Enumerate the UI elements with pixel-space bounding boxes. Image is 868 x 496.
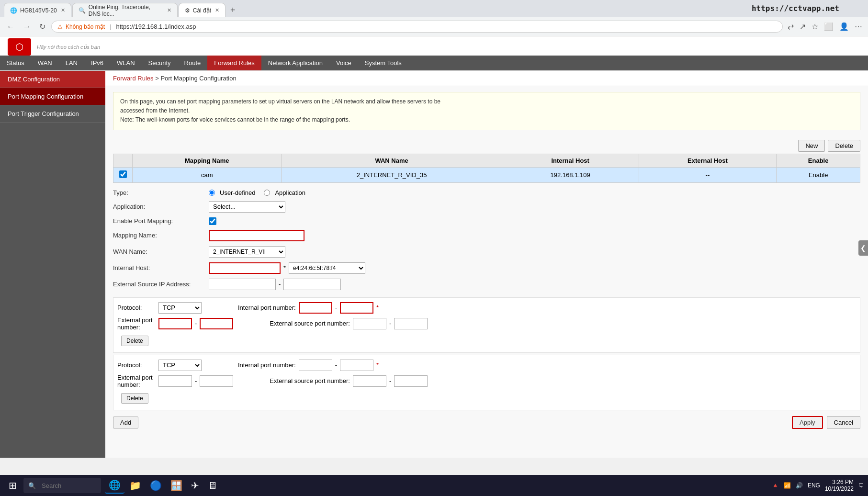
table-row: cam 2_INTERNET_R_VID_35 192.168.1.109 --… [113,167,860,182]
breadcrumb-parent[interactable]: Forward Rules [113,75,154,82]
rule1-external-port-end[interactable]: 8081 [200,318,233,329]
rule1-internal-port-group: Internal port number: 8081 - 8081 * [238,302,379,314]
profile-icon[interactable]: 👤 [837,20,851,33]
share-icon[interactable]: ↗ [798,20,808,33]
enable-port-mapping-checkbox[interactable] [209,217,216,225]
nav-wan[interactable]: WAN [31,56,59,70]
tab-close-1[interactable]: ✕ [61,7,65,13]
rule1-ext-source-dash: - [389,320,391,327]
add-button[interactable]: Add [113,417,138,428]
huawei-logo-icon: ⬡ [15,41,23,53]
rule1-external-port-start[interactable]: 8081 [158,318,192,329]
wan-name-select[interactable]: 2_INTERNET_R_VII [209,246,285,258]
rule2-row1: Protocol: TCP Internal port number: 3777… [117,358,856,372]
rule1-external-port-group: External port number: 8081 - 8081 [117,316,233,331]
tab-close-3[interactable]: ✕ [215,7,219,13]
type-control: User-defined Application [209,189,305,196]
security-warning-text: Không bảo mật [66,23,105,30]
table-cell-external-host: -- [639,167,777,182]
rule1-row1: Protocol: TCP Internal port number: 8081… [117,301,856,315]
router-logo-text: Hãy nói theo cách của bạn [37,44,100,50]
internal-host-input[interactable]: 192.168.1.109 [209,262,281,274]
rule1-ext-source-port-start[interactable] [353,318,386,329]
sidebar-dmz-label: DMZ Configuration [8,76,60,83]
external-source-ip-input2[interactable] [283,279,341,290]
bookmark-icon[interactable]: ☆ [810,20,820,33]
type-application-radio[interactable] [264,190,270,196]
sidebar-item-dmz[interactable]: DMZ Configuration [0,71,105,88]
nav-system-tools[interactable]: System Tools [358,56,408,70]
nav-status[interactable]: Status [0,56,31,70]
rule2-external-port-label: External port number: [117,374,156,388]
browser-tab-2[interactable]: 🔍 Online Ping, Traceroute, DNS loc... ✕ [72,3,178,17]
rule1-protocol-select[interactable]: TCP [158,302,202,314]
type-application-label: Application [275,189,305,196]
nav-lan[interactable]: LAN [59,56,84,70]
apply-button[interactable]: Apply [792,416,823,429]
nav-route[interactable]: Route [178,56,208,70]
rule2-external-port-end[interactable]: 37777 [200,375,233,387]
delete-button[interactable]: Delete [828,140,860,152]
application-select[interactable]: Select... [209,201,285,213]
rule2-ext-source-port-end[interactable] [394,375,428,387]
nav-ipv6[interactable]: IPv6 [84,56,110,70]
menu-icon[interactable]: ⋯ [853,20,864,33]
router-wrapper: ⬡ Hãy nói theo cách của bạn Status WAN L… [0,36,868,458]
new-button[interactable]: New [798,140,825,152]
rule2-protocol-select[interactable]: TCP [158,360,202,371]
nav-security[interactable]: Security [142,56,178,70]
form-row-internal-host: Internal Host: 192.168.1.109 * e4:24:6c:… [113,260,860,276]
browser-tab-3[interactable]: ⚙ Cài đặt ✕ [179,3,225,17]
rule1-delete-button[interactable]: Delete [121,336,148,346]
type-user-defined-radio[interactable] [209,190,215,196]
internal-host-mac-select[interactable]: e4:24:6c:5f:78:f4 [289,262,365,274]
browser-toolbar: ← → ↻ ⚠ Không bảo mật | https://192.168.… [0,17,868,36]
table-cell-mapping-name: cam [133,167,282,182]
sidebar-toggle-arrow[interactable]: ❮ [858,240,868,256]
rule2-internal-port-start[interactable]: 37777 [299,360,332,371]
table-cell-wan-name: 2_INTERNET_R_VID_35 [282,167,502,182]
content-area: DMZ Configuration Port Mapping Configura… [0,71,868,458]
row-checkbox[interactable] [119,170,127,178]
enable-port-mapping-control [209,217,216,225]
application-label: Application: [113,203,209,210]
nav-forward-rules[interactable]: Forward Rules [207,56,261,70]
rule2-protocol-label: Protocol: [117,361,156,369]
browser-tabs: 🌐 HG8145V5-20 ✕ 🔍 Online Ping, Tracerout… [0,0,868,17]
rule2-internal-port-end[interactable]: 37777 [340,360,373,371]
cancel-button[interactable]: Cancel [827,416,860,429]
tab-close-2[interactable]: ✕ [167,7,171,13]
new-tab-button[interactable]: + [226,3,239,17]
info-line3: Note: The well-known ports for voice ser… [120,115,853,124]
split-screen-icon[interactable]: ⬜ [822,20,835,33]
browser-tab-1[interactable]: 🌐 HG8145V5-20 ✕ [4,3,71,17]
rule1-internal-port-start[interactable]: 8081 [299,302,332,314]
nav-bar: Status WAN LAN IPv6 WLAN Security Route … [0,56,868,70]
info-line2: accessed from the Internet. [120,106,853,115]
sidebar-item-port-mapping[interactable]: Port Mapping Configuration [0,88,105,105]
nav-voice[interactable]: Voice [329,56,358,70]
rule1-internal-port-end[interactable]: 8081 [340,302,373,314]
nav-wlan[interactable]: WLAN [110,56,142,70]
sidebar-item-port-trigger[interactable]: Port Trigger Configuration [0,105,105,123]
external-source-ip-input1[interactable] [209,279,276,290]
port-rule-1: Protocol: TCP Internal port number: 8081… [113,297,860,353]
table-cell-checkbox[interactable] [113,167,133,182]
mapping-name-input[interactable]: cam [209,230,304,241]
rule2-ext-source-port-start[interactable] [353,375,386,387]
back-button[interactable]: ← [4,21,17,33]
forward-button[interactable]: → [20,21,34,33]
refresh-button[interactable]: ↻ [36,20,48,33]
sidebar-port-mapping-label: Port Mapping Configuration [8,93,83,100]
nav-network-application[interactable]: Network Application [261,56,329,70]
tab-title-1: HG8145V5-20 [20,7,57,14]
url-text[interactable]: https://192.168.1.1/index.asp [116,23,777,30]
table-header-enable: Enable [777,154,860,167]
rule1-ext-source-port-end[interactable] [394,318,428,329]
rule2-delete-button[interactable]: Delete [121,393,148,404]
rule2-internal-star: * [376,361,379,369]
wan-name-label: WAN Name: [113,248,209,255]
rule2-external-port-start[interactable]: 37777 [158,375,192,387]
rule2-external-dash: - [195,377,197,384]
translate-icon[interactable]: ⇄ [786,20,796,33]
